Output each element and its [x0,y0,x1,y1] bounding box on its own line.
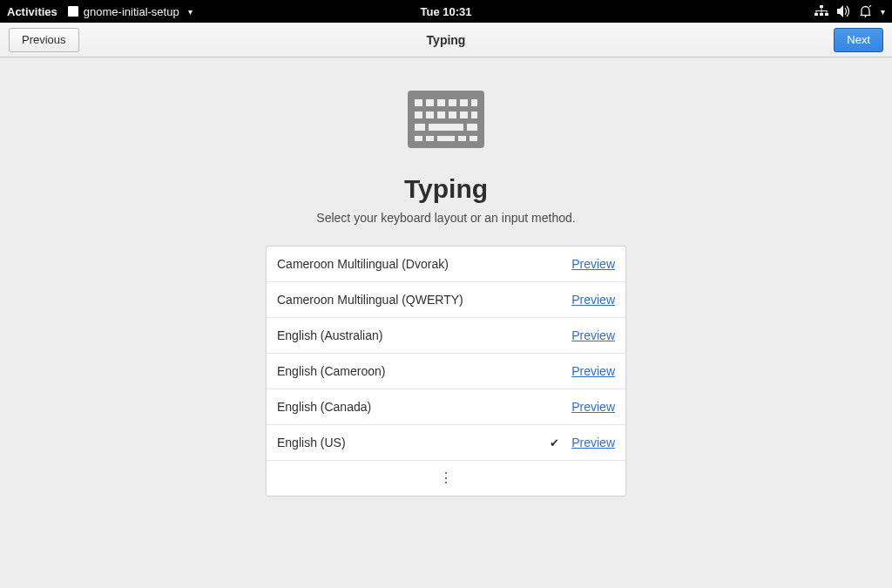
preview-link[interactable]: Preview [571,400,615,414]
svg-rect-33 [470,136,477,141]
layout-name: English (Canada) [277,400,571,414]
svg-rect-20 [415,112,422,118]
keyboard-icon [408,91,484,152]
svg-rect-28 [467,124,477,131]
svg-rect-23 [449,112,456,118]
svg-rect-27 [429,124,463,131]
svg-rect-18 [460,99,468,106]
svg-rect-3 [825,13,828,16]
preview-link[interactable]: Preview [571,364,615,378]
svg-line-12 [869,5,871,7]
layout-row[interactable]: English (Australian)Preview [267,318,625,354]
layout-row[interactable]: English (US)✔Preview [267,425,625,461]
layout-name: English (Australian) [277,328,571,342]
volume-icon [837,5,850,17]
layout-name: English (Cameroon) [277,364,571,378]
layout-row[interactable]: Cameroon Multilingual (Dvorak)Preview [267,247,625,282]
network-icon [814,5,828,17]
layout-name: Cameroon Multilingual (QWERTY) [277,293,571,307]
previous-button[interactable]: Previous [9,28,79,52]
gnome-topbar: Activities gnome-initial-setup ▾ Tue 10:… [0,0,892,23]
svg-marker-9 [837,5,843,17]
chevron-down-icon: ▾ [881,7,885,17]
notifications-icon [859,5,872,18]
app-menu[interactable]: gnome-initial-setup ▾ [68,5,193,18]
preview-link[interactable]: Preview [571,436,615,449]
svg-rect-14 [415,99,422,106]
svg-rect-30 [426,136,434,141]
svg-rect-22 [437,112,445,118]
clock[interactable]: Tue 10:31 [420,5,471,18]
page-title: Typing [404,174,488,204]
layout-name: English (US) [277,436,550,449]
chevron-down-icon: ▾ [188,7,193,17]
preview-link[interactable]: Preview [571,257,615,271]
app-menu-label: gnome-initial-setup [84,5,179,18]
svg-rect-32 [458,136,466,141]
svg-rect-2 [820,13,823,16]
svg-rect-8 [827,10,828,13]
activities-button[interactable]: Activities [7,5,57,18]
checkmark-icon: ✔ [550,436,559,449]
headerbar-title: Typing [427,33,466,47]
svg-rect-25 [471,112,477,118]
layout-name: Cameroon Multilingual (Dvorak) [277,257,571,271]
layout-row[interactable]: English (Canada)Preview [267,389,625,425]
headerbar: Previous Typing Next [0,23,892,57]
app-icon [68,6,78,17]
layout-row[interactable]: Cameroon Multilingual (QWERTY)Preview [267,282,625,318]
svg-rect-21 [426,112,434,118]
svg-rect-26 [415,124,425,131]
more-layouts-button[interactable]: ⋮ [267,461,625,496]
svg-rect-7 [821,10,822,13]
page-subtitle: Select your keyboard layout or an input … [316,211,575,225]
svg-rect-1 [814,13,818,16]
page-content: Typing Select your keyboard layout or an… [0,57,892,497]
keyboard-layout-list: Cameroon Multilingual (Dvorak)PreviewCam… [266,246,626,497]
svg-rect-24 [460,112,468,118]
svg-rect-15 [426,99,434,106]
svg-rect-31 [437,136,455,141]
svg-rect-6 [816,10,817,13]
svg-point-11 [865,16,867,17]
svg-rect-0 [820,5,823,8]
layout-row[interactable]: English (Cameroon)Preview [267,354,625,389]
svg-rect-19 [471,99,477,106]
preview-link[interactable]: Preview [571,328,615,342]
status-area[interactable]: ▾ [814,5,885,18]
svg-rect-29 [415,136,422,141]
svg-rect-4 [821,8,822,10]
next-button[interactable]: Next [834,28,883,52]
preview-link[interactable]: Preview [571,293,615,307]
svg-rect-16 [437,99,445,106]
svg-rect-17 [449,99,456,106]
